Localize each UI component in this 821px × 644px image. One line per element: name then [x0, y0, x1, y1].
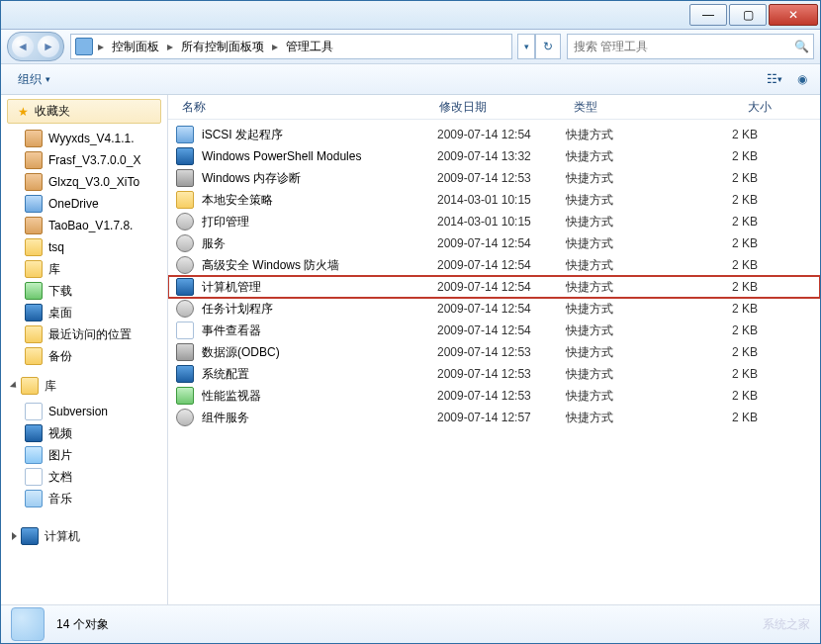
refresh-button[interactable]: ↻	[535, 34, 561, 59]
item-label: 最近访问的位置	[48, 326, 132, 343]
sidebar-item[interactable]: 音乐	[1, 488, 167, 509]
item-icon	[25, 468, 43, 486]
file-size: 2 KB	[683, 128, 758, 141]
search-box[interactable]: 🔍	[567, 34, 814, 59]
minimize-icon: —	[702, 8, 714, 22]
file-name: 数据源(ODBC)	[202, 344, 431, 361]
sidebar-item[interactable]: Glxzq_V3.0_XiTo	[1, 171, 167, 193]
sidebar-item[interactable]: 桌面	[1, 302, 167, 323]
sidebar-item[interactable]: TaoBao_V1.7.8.	[1, 215, 167, 236]
breadcrumb-item[interactable]: 控制面板	[109, 39, 162, 55]
breadcrumb-item[interactable]: 管理工具	[283, 39, 336, 55]
sidebar-item[interactable]: 最近访问的位置	[1, 323, 167, 345]
file-row[interactable]: iSCSI 发起程序2009-07-14 12:54快捷方式2 KB	[168, 124, 820, 145]
expand-icon	[12, 532, 17, 540]
file-size: 2 KB	[683, 215, 758, 229]
item-icon	[25, 490, 43, 507]
titlebar: — ▢ ✕	[1, 1, 820, 30]
help-button[interactable]: ◉	[792, 69, 812, 89]
sidebar-item[interactable]: 文档	[1, 466, 167, 488]
computer-header[interactable]: 计算机	[1, 523, 167, 549]
item-icon	[25, 130, 43, 147]
file-row[interactable]: 系统配置2009-07-14 12:53快捷方式2 KB	[168, 363, 820, 385]
file-type: 快捷方式	[560, 301, 683, 318]
organize-button[interactable]: 组织 ▾	[9, 67, 59, 92]
nav-back-forward[interactable]: ◄ ►	[7, 32, 64, 61]
file-row[interactable]: 打印管理2014-03-01 10:15快捷方式2 KB	[168, 211, 820, 232]
file-icon	[176, 126, 194, 143]
file-icon	[176, 278, 194, 296]
file-name: 服务	[202, 235, 431, 252]
favorites-header[interactable]: ★ 收藏夹	[7, 99, 161, 124]
sidebar-item[interactable]: tsq	[1, 236, 167, 258]
item-label: Subversion	[48, 405, 108, 418]
sidebar-item[interactable]: 图片	[1, 444, 167, 466]
item-icon	[25, 403, 43, 420]
file-pane: 名称 修改日期 类型 大小 iSCSI 发起程序2009-07-14 12:54…	[168, 95, 820, 604]
chevron-down-icon: ▾	[777, 74, 782, 84]
address-bar[interactable]: ▸ 控制面板 ▸ 所有控制面板项 ▸ 管理工具	[70, 34, 512, 59]
file-size: 2 KB	[683, 236, 758, 250]
libraries-header[interactable]: 库	[1, 373, 167, 399]
file-row[interactable]: Windows 内存诊断2009-07-14 12:53快捷方式2 KB	[168, 167, 820, 189]
breadcrumb-item[interactable]: 所有控制面板项	[178, 39, 267, 55]
file-date: 2009-07-14 12:54	[431, 236, 560, 250]
file-name: Windows 内存诊断	[202, 170, 431, 187]
file-date: 2009-07-14 12:53	[431, 171, 560, 185]
file-date: 2009-07-14 12:54	[431, 280, 560, 294]
item-label: tsq	[48, 240, 64, 254]
search-icon: 🔍	[794, 40, 809, 53]
expand-icon	[10, 381, 19, 390]
maximize-button[interactable]: ▢	[729, 4, 767, 26]
back-button[interactable]: ◄	[12, 36, 34, 57]
file-icon	[176, 322, 194, 339]
file-row[interactable]: 服务2009-07-14 12:54快捷方式2 KB	[168, 232, 820, 254]
file-size: 2 KB	[683, 171, 758, 185]
file-size: 2 KB	[683, 323, 758, 337]
file-size: 2 KB	[683, 302, 758, 316]
sidebar-item[interactable]: 库	[1, 258, 167, 280]
file-row[interactable]: Windows PowerShell Modules2009-07-14 13:…	[168, 145, 820, 167]
sidebar-item[interactable]: 备份	[1, 345, 167, 367]
help-icon: ◉	[797, 72, 807, 86]
minimize-button[interactable]: —	[689, 4, 727, 26]
file-row[interactable]: 数据源(ODBC)2009-07-14 12:53快捷方式2 KB	[168, 341, 820, 363]
file-list[interactable]: iSCSI 发起程序2009-07-14 12:54快捷方式2 KBWindow…	[168, 120, 820, 604]
navigation-pane[interactable]: ★ 收藏夹 Wyyxds_V4.1.1.Frasf_V3.7.0.0_XGlxz…	[1, 95, 168, 604]
item-label: 桌面	[48, 305, 72, 322]
file-icon	[176, 169, 194, 187]
sidebar-item[interactable]: Subversion	[1, 401, 167, 422]
column-type[interactable]: 类型	[568, 99, 696, 116]
file-date: 2009-07-14 12:54	[431, 128, 560, 141]
sidebar-item[interactable]: 视频	[1, 422, 167, 444]
column-size[interactable]: 大小	[696, 99, 777, 116]
file-row[interactable]: 事件查看器2009-07-14 12:54快捷方式2 KB	[168, 320, 820, 341]
column-date[interactable]: 修改日期	[433, 99, 568, 116]
sidebar-item[interactable]: OneDrive	[1, 193, 167, 215]
file-date: 2014-03-01 10:15	[431, 193, 560, 207]
close-button[interactable]: ✕	[769, 4, 818, 26]
file-name: 组件服务	[202, 410, 431, 426]
item-icon	[25, 151, 43, 169]
file-row[interactable]: 任务计划程序2009-07-14 12:54快捷方式2 KB	[168, 298, 820, 320]
forward-button[interactable]: ►	[38, 36, 59, 57]
file-size: 2 KB	[683, 367, 758, 381]
column-name[interactable]: 名称	[176, 99, 433, 116]
item-label: 备份	[48, 348, 72, 365]
search-input[interactable]	[572, 39, 794, 54]
file-date: 2014-03-01 10:15	[431, 215, 560, 229]
item-icon	[25, 173, 43, 191]
address-dropdown[interactable]: ▾	[517, 34, 535, 59]
file-name: 性能监视器	[202, 388, 431, 405]
sidebar-item[interactable]: 下载	[1, 280, 167, 302]
file-row[interactable]: 本地安全策略2014-03-01 10:15快捷方式2 KB	[168, 189, 820, 211]
sidebar-item[interactable]: Wyyxds_V4.1.1.	[1, 128, 167, 149]
file-row[interactable]: 性能监视器2009-07-14 12:53快捷方式2 KB	[168, 385, 820, 407]
file-row[interactable]: 高级安全 Windows 防火墙2009-07-14 12:54快捷方式2 KB	[168, 254, 820, 276]
file-row[interactable]: 组件服务2009-07-14 12:57快捷方式2 KB	[168, 407, 820, 428]
file-row[interactable]: 计算机管理2009-07-14 12:54快捷方式2 KB	[168, 276, 820, 298]
file-type: 快捷方式	[560, 192, 683, 209]
sidebar-item[interactable]: Frasf_V3.7.0.0_X	[1, 149, 167, 171]
view-options-button[interactable]: ☷▾	[765, 69, 784, 89]
item-icon	[25, 446, 43, 464]
